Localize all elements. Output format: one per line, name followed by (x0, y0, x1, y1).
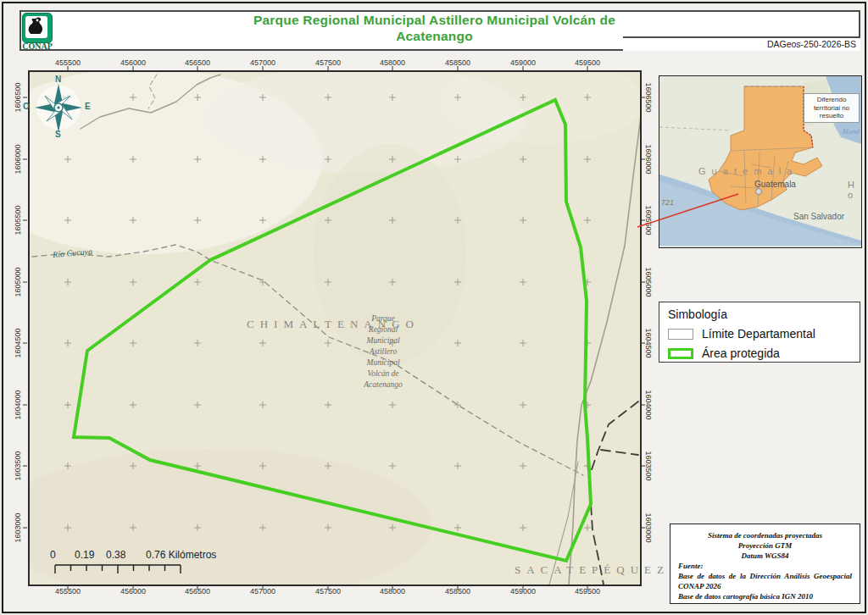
guatemala-city-marker (756, 189, 762, 195)
x-axis-label-top: 457000 (237, 58, 288, 69)
grid-cross (130, 279, 136, 285)
y-axis-label-left: 1604000 (14, 380, 24, 430)
x-axis-label-top: 456000 (108, 58, 159, 69)
legend: Simbología Límite Departamental Área pro… (659, 302, 860, 363)
y-axis-label-left: 1605000 (14, 257, 24, 308)
x-axis-label-bottom: 457500 (303, 587, 353, 597)
title-line-1: Parque Regional Municipal Astillero Muni… (51, 12, 818, 28)
legend-item-area: Área protegida (668, 346, 851, 360)
y-axis-label-right: 1603000 (643, 502, 653, 553)
grid-cross (194, 402, 201, 408)
x-axis-label-top: 457500 (303, 58, 353, 69)
x-axis-label-bottom: 458500 (432, 587, 483, 597)
grid-cross (325, 402, 331, 408)
x-axis-label-top: 455500 (42, 58, 93, 69)
grid-cross (520, 340, 526, 346)
document-code: DAGeos-250-2026-BS (767, 39, 856, 49)
compass-east-label: E (85, 102, 91, 111)
grid-cross (520, 279, 526, 285)
inset-territorial-note: Diferendo territorial no resuelto (804, 93, 860, 123)
grid-cross (520, 156, 526, 163)
grid-cross (520, 402, 526, 408)
scale-bar: 0 0.19 0.38 0.76 Kilómetros (47, 549, 242, 578)
x-axis-label-bottom: 455500 (42, 587, 93, 597)
y-axis-label-right: 1604500 (643, 318, 653, 368)
y-axis-label-right: 1605500 (643, 195, 653, 246)
x-axis-label-top: 458500 (432, 58, 483, 69)
inset-sea-label-hond: Hond (843, 127, 860, 136)
legend-label-limite: Límite Departamental (702, 327, 815, 341)
source-info-box: Sistema de coordenadas proyectadas Proye… (670, 524, 860, 604)
grid-cross (64, 279, 71, 285)
grid-cross (389, 463, 396, 469)
map-document: { "header": { "title_line1": "Parque Reg… (0, 0, 868, 615)
conap-logo-text: CONAP (21, 42, 53, 51)
grid-cross (520, 463, 526, 469)
scale-full: 0.76 Kilómetros (146, 549, 216, 561)
y-axis-label-right: 1603500 (643, 440, 653, 491)
x-axis-label-bottom: 456000 (108, 587, 159, 597)
source-line-2: Base de datos cartografía básica IGN 201… (678, 591, 852, 601)
grid-cross (454, 463, 461, 469)
label-protected-area-name: Parque Regional Municipal Astillero Muni… (341, 313, 426, 391)
source-line-1: Base de datos de la Dirección Análisis G… (678, 571, 852, 591)
inset-country-label: G u a t e m a l a (698, 166, 793, 176)
x-axis-label-top: 456500 (172, 58, 223, 69)
document-code-box: DAGeos-250-2026-BS (623, 36, 860, 51)
grid-cross (454, 524, 461, 531)
x-axis-label-top: 458000 (367, 58, 418, 69)
grid-cross (64, 340, 71, 346)
crs-line: Sistema de coordenadas proyectadas (678, 530, 852, 540)
grid-cross (520, 217, 526, 224)
y-axis-label-right: 1606000 (643, 134, 653, 185)
grid-cross (584, 524, 591, 531)
compass-west-label: O (23, 102, 30, 111)
datum-line: Datum WGS84 (678, 551, 852, 561)
departmental-boundary-longdash (589, 402, 638, 585)
scale-zero: 0 (50, 549, 56, 561)
scale-quarter: 0.19 (75, 549, 94, 561)
y-axis-label-left: 1606000 (14, 134, 24, 185)
conap-logo-inner (25, 16, 47, 38)
grid-cross (130, 340, 136, 346)
conap-logo: CONAP (21, 13, 53, 50)
grid-cross (194, 340, 201, 346)
y-axis-label-right: 1605000 (643, 257, 653, 308)
scale-half: 0.38 (106, 549, 125, 561)
scale-bar-ticks (47, 562, 242, 576)
x-axis-label-top: 459500 (562, 58, 613, 69)
y-axis-label-left: 1603000 (14, 502, 24, 553)
x-axis-label-bottom: 456500 (172, 587, 223, 597)
grid-cross (584, 156, 591, 163)
x-axis-label-bottom: 457000 (237, 587, 288, 597)
road-east (569, 76, 640, 585)
grid-cross (584, 217, 591, 224)
y-axis-label-right: 1606500 (643, 72, 653, 123)
legend-title: Simbología (668, 308, 851, 321)
departmental-boundary-stub (601, 450, 638, 455)
y-axis-label-left: 1604500 (14, 318, 24, 368)
inset-honduras-label: H o (848, 180, 861, 200)
compass-south-label: S (55, 130, 61, 139)
legend-item-limite: Límite Departamental (668, 327, 851, 341)
compass-north-label: N (55, 75, 61, 84)
grid-cross (259, 340, 266, 346)
grid-cross (259, 402, 266, 408)
projection-line: Proyección GTM (678, 540, 852, 551)
y-axis-label-left: 1606500 (14, 72, 24, 123)
x-axis-label-top: 459000 (498, 58, 548, 69)
inset-san-salvador-label: San Salvador (793, 212, 844, 221)
y-axis-label-right: 1604000 (643, 380, 653, 430)
x-axis-label-bottom: 459500 (562, 587, 613, 597)
y-axis-label-left: 1605500 (14, 195, 24, 246)
x-axis-label-bottom: 458000 (367, 587, 418, 597)
grid-cross (64, 402, 71, 408)
label-sacatepequez: SACATEPÉQUEZ (515, 563, 670, 577)
x-axis-label-bottom: 459000 (498, 587, 548, 597)
area-protegida-swatch (668, 348, 693, 359)
y-axis-label-left: 1603500 (14, 440, 24, 491)
grid-cross (454, 340, 461, 346)
grid-cross (520, 524, 526, 531)
inset-locator-map: G u a t e m a l a Guatemala San Salvador… (659, 75, 862, 248)
grid-cross (130, 402, 136, 408)
